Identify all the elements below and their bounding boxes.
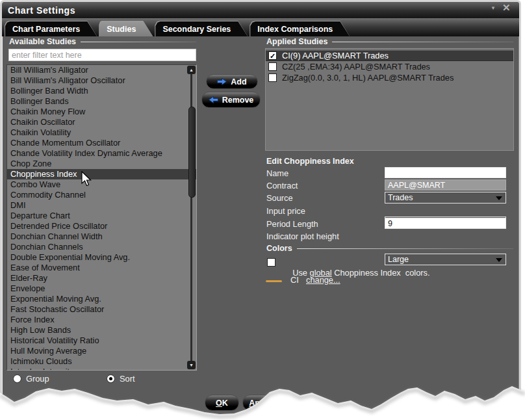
radio-icon[interactable]	[13, 374, 21, 383]
list-item-label: Bill William's Alligator Oscillator	[10, 75, 125, 85]
source-label: Source	[266, 193, 293, 203]
list-item[interactable]: Bollinger Bands	[7, 96, 196, 107]
list-item[interactable]: Chande Momentum Oscillator	[7, 138, 196, 148]
list-item-label: Intraday Intensity	[10, 367, 73, 371]
list-item-label: Double Exponential Moving Avg.	[10, 252, 130, 262]
list-item-label: Elder-Ray	[10, 273, 47, 283]
list-item[interactable]: Commodity Channel	[7, 190, 196, 200]
header-rule	[81, 42, 196, 42]
checkbox-icon[interactable]: ✓	[268, 73, 277, 82]
list-item[interactable]: Historical Volatility Ratio	[7, 335, 196, 346]
list-item-label: Chande Momentum Oscillator	[10, 138, 120, 148]
screen: Chart Settings ▼ ✕ Chart Parameters Stud…	[0, 0, 525, 420]
colors-header: Colors	[266, 244, 513, 253]
list-item[interactable]: Fast Stochastic Oscillator	[7, 304, 196, 315]
tab-strip: Chart Parameters Studies Secondary Serie…	[2, 18, 519, 36]
list-item-label: Force Index	[10, 315, 55, 324]
edit-section-title: Edit Choppiness Index	[266, 157, 354, 166]
use-global-label: Use global Choppiness Index colors.	[283, 258, 430, 287]
list-item[interactable]: Donchian Channel Width	[7, 231, 196, 242]
applied-study-row[interactable]: ✓ CZ(25 ,EMA:34) AAPL@SMART Trades	[266, 61, 513, 72]
list-item-label: Bollinger Bands	[10, 96, 69, 106]
use-global-suffix: Choppiness Index colors.	[332, 268, 430, 278]
checkbox-icon[interactable]: ✓	[268, 51, 277, 60]
remove-button[interactable]: Remove	[201, 92, 261, 108]
sort-radio[interactable]: Sort	[107, 374, 134, 384]
radio-icon[interactable]	[107, 374, 115, 383]
header-rule	[332, 42, 513, 42]
list-item[interactable]: Double Exponential Moving Avg.	[7, 252, 196, 263]
arrow-left-icon	[209, 96, 218, 103]
list-item[interactable]: Force Index	[7, 315, 196, 325]
list-item[interactable]: Combo Wave	[7, 179, 196, 190]
list-item[interactable]: Bollinger Band Width	[7, 86, 196, 96]
list-item[interactable]: High Low Bands	[7, 325, 196, 335]
list-item[interactable]: Chop Zone	[7, 159, 196, 169]
list-item[interactable]: Choppiness Index	[7, 169, 196, 179]
checkbox-icon[interactable]: ✓	[268, 62, 277, 71]
ok-button-label: OK	[216, 399, 228, 408]
change-color-link[interactable]: change...	[306, 275, 340, 285]
list-item[interactable]: Chaikin Money Flow	[7, 107, 196, 117]
list-item[interactable]: Ichimoku Clouds	[7, 356, 196, 367]
tab-studies[interactable]: Studies	[99, 21, 153, 36]
window-menu-icon[interactable]: ▼	[491, 5, 496, 11]
tab-index-comparisons[interactable]: Index Comparisons	[250, 21, 350, 36]
list-item[interactable]: DMI	[7, 200, 196, 211]
ci-color-swatch	[266, 280, 282, 282]
applied-study-row[interactable]: ✓ ZigZag(0.0, 3.0, 1, HL) AAPL@SMART Tra…	[266, 72, 513, 83]
apply-button[interactable]: Apply	[242, 395, 278, 411]
available-studies-list[interactable]: Bill William's Alligator Bill William's …	[6, 64, 197, 371]
list-item-label: Chaikin Money Flow	[10, 107, 85, 116]
list-item[interactable]: Exponential Moving Avg.	[7, 294, 196, 304]
list-item[interactable]: Ease of Movement	[7, 263, 196, 273]
window-title: Chart Settings	[2, 5, 75, 16]
list-item[interactable]: Detrended Price Oscillator	[7, 221, 196, 231]
applied-study-label: CZ(25 ,EMA:34) AAPL@SMART Trades	[282, 62, 430, 72]
list-item[interactable]: Departure Chart	[7, 211, 196, 221]
filter-input[interactable]	[8, 49, 196, 61]
header-rule	[297, 248, 513, 249]
scroll-down-icon[interactable]: ▼	[187, 361, 196, 369]
list-item-label: Chaikin Volatility	[10, 127, 71, 137]
check-mark: ✓	[270, 53, 275, 59]
add-button[interactable]: Add	[206, 74, 258, 89]
remove-button-label: Remove	[222, 96, 254, 105]
available-studies-title: Available Studies	[9, 37, 76, 46]
name-input[interactable]	[385, 167, 506, 178]
list-item[interactable]: Intraday Intensity	[7, 367, 196, 371]
list-item-label: Chop Zone	[10, 159, 51, 168]
applied-study-label: ZigZag(0.0, 3.0, 1, HL) AAPL@SMART Trade…	[282, 73, 454, 83]
scrollbar-thumb[interactable]	[188, 107, 196, 198]
list-item[interactable]: Elder-Ray	[7, 273, 196, 283]
scroll-up-icon[interactable]: ▲	[187, 66, 196, 74]
applied-study-row[interactable]: ✓ CI(9) AAPL@SMART Trades	[266, 50, 513, 61]
list-item-label: High Low Bands	[10, 325, 71, 335]
title-bar[interactable]: Chart Settings	[2, 2, 519, 18]
tab-chart-parameters[interactable]: Chart Parameters	[5, 21, 97, 36]
group-radio[interactable]: Group	[13, 374, 49, 384]
list-item[interactable]: Hull Moving Average	[7, 346, 196, 356]
applied-studies-list[interactable]: ✓ CI(9) AAPL@SMART Trades ✓ CZ(25 ,EMA:3…	[265, 48, 514, 151]
list-item[interactable]: Chaikin Volatility	[7, 127, 196, 138]
use-global-checkbox[interactable]	[267, 258, 275, 267]
list-item[interactable]: Chande Volatility Index Dynamic Average	[7, 148, 196, 159]
list-item[interactable]: Envelope	[7, 283, 196, 294]
list-item-label: Donchian Channels	[10, 242, 83, 252]
scrollbar[interactable]: ▲ ▼	[186, 65, 196, 370]
list-item-label: Exponential Moving Avg.	[10, 294, 101, 304]
close-icon[interactable]: ✕	[502, 2, 511, 14]
tab-secondary-series[interactable]: Secondary Series	[155, 21, 248, 36]
ok-button[interactable]: OK	[205, 395, 239, 411]
source-select[interactable]: Trades	[385, 192, 506, 203]
period-length-input[interactable]	[385, 218, 506, 229]
list-item[interactable]: Donchian Channels	[7, 242, 196, 252]
input-price-label: Input price	[266, 206, 305, 216]
list-item-label: Historical Volatility Ratio	[10, 335, 99, 345]
ci-label: CI	[290, 275, 299, 285]
applied-studies-header: Applied Studies	[266, 37, 513, 46]
list-item[interactable]: Bill William's Alligator	[7, 65, 196, 75]
list-item-label: Choppiness Index	[10, 169, 77, 179]
list-item[interactable]: Chaikin Oscillator	[7, 117, 196, 127]
list-item[interactable]: Bill William's Alligator Oscillator	[7, 75, 196, 86]
